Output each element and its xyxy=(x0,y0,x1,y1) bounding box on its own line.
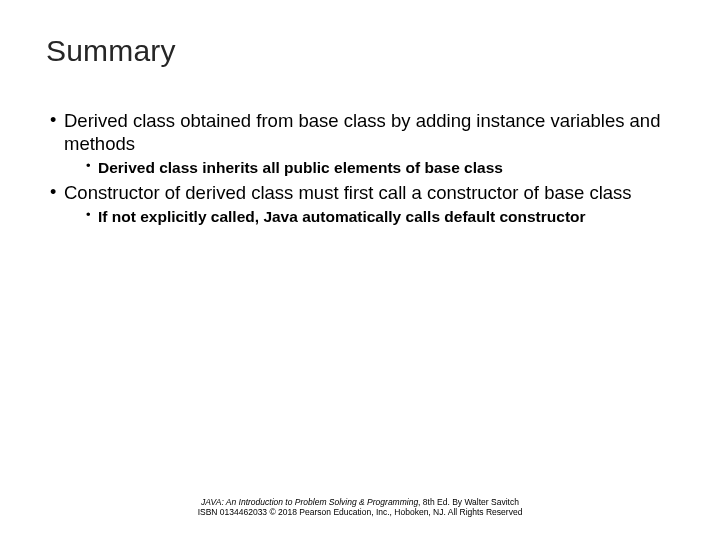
footer-edition: , 8th Ed. By Walter Savitch xyxy=(418,497,519,507)
footer-line-2: ISBN 0134462033 © 2018 Pearson Education… xyxy=(0,507,720,518)
bullet-item: Derived class obtained from base class b… xyxy=(50,110,674,178)
bullet-list: Derived class obtained from base class b… xyxy=(46,110,674,226)
sub-bullet-item: If not explicitly called, Java automatic… xyxy=(86,207,674,226)
footer-book-title: JAVA: An Introduction to Problem Solving… xyxy=(201,497,418,507)
sub-bullet-list: If not explicitly called, Java automatic… xyxy=(64,207,674,226)
footer: JAVA: An Introduction to Problem Solving… xyxy=(0,497,720,518)
sub-bullet-text: Derived class inherits all public elemen… xyxy=(98,159,503,176)
slide-title: Summary xyxy=(46,34,674,68)
sub-bullet-list: Derived class inherits all public elemen… xyxy=(64,158,674,177)
sub-bullet-item: Derived class inherits all public elemen… xyxy=(86,158,674,177)
sub-bullet-text: If not explicitly called, Java automatic… xyxy=(98,208,586,225)
bullet-text: Constructor of derived class must first … xyxy=(64,182,632,203)
slide: Summary Derived class obtained from base… xyxy=(0,0,720,540)
bullet-item: Constructor of derived class must first … xyxy=(50,182,674,227)
bullet-text: Derived class obtained from base class b… xyxy=(64,110,660,154)
footer-line-1: JAVA: An Introduction to Problem Solving… xyxy=(0,497,720,508)
